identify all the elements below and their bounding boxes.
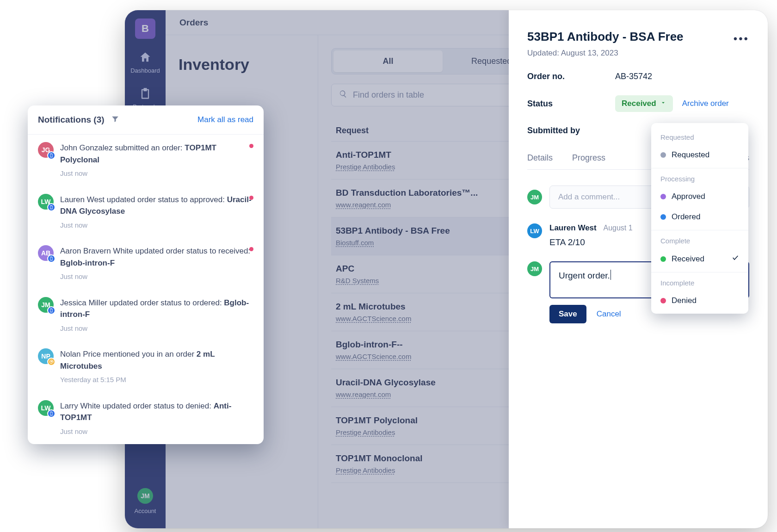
app-logo[interactable]: B — [135, 19, 155, 39]
status-color-dot — [660, 152, 666, 158]
status-color-dot — [660, 194, 666, 199]
cancel-button[interactable]: Cancel — [597, 309, 621, 319]
unread-indicator — [249, 144, 253, 148]
status-dropdown-button[interactable]: Received — [615, 95, 673, 112]
comment-time: August 1 — [603, 224, 632, 232]
notification-item[interactable]: NPNolan Price mentioned you in an order … — [28, 341, 264, 393]
text-caret — [610, 270, 611, 280]
notification-time: Just now — [60, 220, 253, 231]
notification-text: Aaron Bravern White updated order status… — [60, 247, 250, 255]
order-icon — [47, 306, 56, 315]
detail-updated: Updated: August 13, 2023 — [527, 49, 684, 58]
notification-text: Jessica Miller updated order status to o… — [60, 298, 224, 307]
notification-body: Aaron Bravern White updated order status… — [60, 245, 253, 282]
archive-order-link[interactable]: Archive order — [682, 99, 729, 108]
notification-time: Just now — [60, 168, 253, 179]
account-avatar[interactable]: JM — [137, 488, 153, 504]
submitted-by-label: Submitted by — [527, 126, 615, 136]
order-icon — [47, 254, 56, 263]
status-color-dot — [660, 298, 666, 303]
status-group-label: Requested — [651, 130, 748, 145]
tab-requested-label: Requested — [471, 56, 512, 66]
status-option-label: Received — [672, 254, 704, 264]
order-icon — [47, 151, 56, 160]
status-option[interactable]: Received — [651, 248, 748, 269]
topbar-title: Orders — [179, 18, 208, 28]
separator — [651, 168, 748, 168]
order-icon — [47, 409, 56, 418]
notification-avatar: LW — [38, 400, 54, 416]
status-color-dot — [660, 256, 666, 262]
notification-text: Larry White updated order status to deni… — [60, 402, 214, 410]
notification-item[interactable]: JMJessica Miller updated order status to… — [28, 290, 264, 341]
notification-time: Yesterday at 5:15 PM — [60, 375, 253, 385]
notification-subject: Bglob-intron-F — [60, 259, 115, 267]
tab-details[interactable]: Details — [527, 153, 553, 169]
order-detail-panel: 53BP1 Antibody - BSA Free Updated: Augus… — [509, 10, 768, 528]
notifications-list: JGJohn Gonzalez submitted an order: TOP1… — [28, 135, 264, 444]
unread-indicator — [249, 196, 253, 200]
status-option-label: Requested — [672, 150, 709, 160]
notifications-header: Notifications (3) Mark all as read — [28, 105, 264, 135]
notification-avatar: JG — [38, 142, 54, 158]
notification-text: Nolan Price mentioned you in an order — [60, 350, 197, 359]
comment-author-name: Lauren West — [549, 223, 597, 232]
detail-title: 53BP1 Antibody - BSA Free — [527, 30, 684, 44]
notifications-panel: Notifications (3) Mark all as read JGJoh… — [28, 105, 264, 444]
notification-body: Lauren West updated order status to appr… — [60, 194, 253, 231]
notification-avatar: NP — [38, 348, 54, 364]
notification-item[interactable]: LWLarry White updated order status to de… — [28, 393, 264, 445]
account-label: Account — [135, 507, 156, 514]
notification-item[interactable]: JGJohn Gonzalez submitted an order: TOP1… — [28, 135, 264, 186]
notifications-title: Notifications (3) — [38, 115, 105, 125]
tab-all[interactable]: All — [333, 50, 443, 72]
search-icon — [339, 90, 347, 100]
status-option[interactable]: Approved — [651, 186, 748, 207]
unread-indicator — [249, 247, 253, 251]
mention-icon — [47, 358, 56, 366]
comment-author-avatar: LW — [527, 223, 542, 238]
separator — [651, 230, 748, 230]
notification-body: Larry White updated order status to deni… — [60, 400, 253, 437]
notification-time: Just now — [60, 323, 253, 334]
notification-avatar: LW — [38, 194, 54, 210]
tab-progress[interactable]: Progress — [572, 153, 605, 169]
status-option-label: Ordered — [672, 212, 700, 222]
status-option-label: Denied — [672, 296, 697, 305]
status-group-label: Complete — [651, 233, 748, 248]
order-no-value: AB-35742 — [615, 72, 652, 81]
current-user-avatar: JM — [527, 190, 542, 204]
save-button[interactable]: Save — [549, 305, 586, 323]
status-color-dot — [660, 214, 666, 220]
status-value: Received — [622, 99, 656, 108]
status-option[interactable]: Requested — [651, 145, 748, 165]
notification-time: Just now — [60, 427, 253, 437]
search-placeholder: Find orders in table — [353, 90, 424, 100]
nav-label: Dashboard — [130, 67, 160, 74]
more-actions-button[interactable]: ••• — [734, 30, 749, 45]
clipboard-icon — [139, 87, 152, 101]
notification-time: Just now — [60, 272, 253, 282]
status-option[interactable]: Denied — [651, 291, 748, 311]
notification-body: John Gonzalez submitted an order: TOP1MT… — [60, 142, 253, 179]
notification-item[interactable]: LWLauren West updated order status to ap… — [28, 186, 264, 238]
nav-dashboard[interactable]: Dashboard — [130, 51, 160, 74]
status-group-label: Processing — [651, 171, 748, 186]
chevron-down-icon — [660, 99, 666, 108]
status-option[interactable]: Ordered — [651, 207, 748, 227]
notification-body: Nolan Price mentioned you in an order 2 … — [60, 348, 253, 385]
notification-text: John Gonzalez submitted an order: — [60, 143, 185, 152]
notification-text: Lauren West updated order status to appr… — [60, 195, 227, 204]
filter-icon[interactable] — [111, 115, 119, 125]
current-user-avatar: JM — [527, 261, 542, 276]
status-label: Status — [527, 99, 615, 109]
check-icon — [732, 254, 739, 264]
order-no-label: Order no. — [527, 72, 615, 81]
mark-all-read-link[interactable]: Mark all as read — [197, 115, 253, 124]
status-group-label: Incomplete — [651, 275, 748, 291]
order-icon — [47, 203, 56, 211]
status-option-label: Approved — [672, 192, 705, 201]
notification-item[interactable]: ABAaron Bravern White updated order stat… — [28, 238, 264, 290]
home-icon — [139, 51, 152, 65]
editor-text: Urgent order. — [559, 271, 610, 280]
